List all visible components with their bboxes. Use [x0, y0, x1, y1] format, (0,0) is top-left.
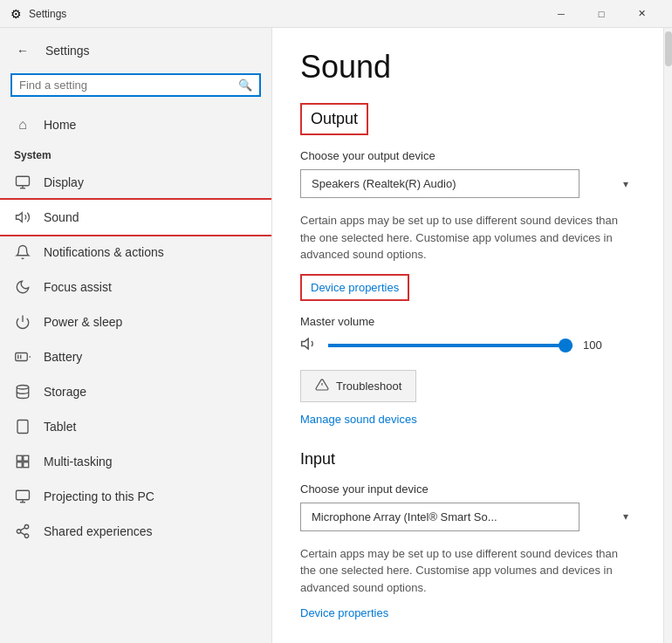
- output-section-header: Output: [300, 103, 368, 135]
- svg-marker-3: [17, 213, 23, 222]
- maximize-button[interactable]: □: [581, 0, 621, 28]
- sidebar-app-title: Settings: [45, 44, 90, 58]
- input-device-select[interactable]: Microphone Array (Intel® Smart So...: [300, 503, 579, 531]
- back-button[interactable]: ←: [10, 38, 35, 63]
- svg-rect-13: [24, 455, 29, 461]
- input-dropdown-arrow-icon: ▾: [623, 510, 628, 523]
- search-input[interactable]: [19, 79, 231, 92]
- svg-rect-14: [24, 462, 29, 468]
- power-icon: [14, 313, 31, 331]
- sidebar-item-tablet[interactable]: Tablet: [0, 409, 271, 444]
- svg-rect-16: [17, 490, 30, 500]
- search-box[interactable]: 🔍: [10, 73, 261, 97]
- sidebar-item-label: Sound: [44, 210, 79, 224]
- sidebar-item-label: Multi-tasking: [44, 455, 113, 469]
- sidebar-item-home[interactable]: ⌂ Home: [0, 107, 271, 142]
- title-bar: ⚙ Settings ─ □ ✕: [0, 0, 672, 28]
- minimize-button[interactable]: ─: [541, 0, 581, 28]
- svg-rect-5: [16, 353, 28, 361]
- sidebar-item-label: Focus assist: [44, 280, 112, 294]
- output-device-label: Choose your output device: [300, 149, 635, 162]
- sidebar-item-label: Battery: [44, 350, 82, 364]
- output-device-select[interactable]: Speakers (Realtek(R) Audio): [300, 169, 579, 198]
- sidebar-item-label: Tablet: [44, 420, 76, 434]
- focus-icon: [14, 278, 31, 296]
- svg-line-22: [20, 532, 24, 535]
- sidebar-item-label: Notifications & actions: [44, 245, 164, 259]
- title-bar-left: ⚙ Settings: [10, 7, 66, 21]
- close-button[interactable]: ✕: [621, 0, 662, 28]
- input-section: Input Choose your input device Microphon…: [300, 450, 635, 620]
- home-icon: ⌂: [14, 116, 31, 133]
- output-device-dropdown-container[interactable]: Speakers (Realtek(R) Audio) ▾: [300, 169, 635, 198]
- volume-slider[interactable]: [328, 344, 573, 347]
- sidebar-item-power[interactable]: Power & sleep: [0, 304, 271, 339]
- volume-row: 100: [300, 335, 635, 356]
- title-bar-title: Settings: [29, 8, 66, 20]
- svg-rect-12: [17, 455, 22, 461]
- svg-point-20: [17, 530, 21, 534]
- page-title: Sound: [300, 49, 635, 86]
- output-section: Output Choose your output device Speaker…: [300, 103, 635, 426]
- tablet-icon: [14, 418, 31, 435]
- multitasking-icon: [14, 453, 31, 470]
- svg-marker-24: [302, 339, 309, 349]
- svg-line-23: [20, 528, 24, 530]
- output-info-text: Certain apps may be set up to use differ…: [300, 212, 635, 263]
- input-section-header: Input: [300, 450, 635, 469]
- sidebar-item-storage[interactable]: Storage: [0, 374, 271, 409]
- warning-icon: [315, 378, 329, 394]
- content-area: Sound Output Choose your output device S…: [272, 28, 663, 643]
- sidebar-item-projecting[interactable]: Projecting to this PC: [0, 479, 271, 514]
- notifications-icon: [14, 243, 31, 261]
- battery-icon: [14, 348, 31, 366]
- sidebar-item-label: Power & sleep: [44, 315, 122, 329]
- projecting-icon: [14, 488, 31, 505]
- sidebar-section-label: System: [0, 142, 271, 165]
- dropdown-arrow-icon: ▾: [623, 178, 628, 190]
- sidebar-top: ← Settings: [0, 28, 271, 70]
- sidebar-item-label: Storage: [44, 385, 86, 399]
- storage-icon: [14, 383, 31, 400]
- sidebar-item-label: Display: [44, 175, 84, 189]
- sidebar-item-label: Home: [44, 118, 76, 132]
- troubleshoot-button[interactable]: Troubleshoot: [300, 370, 416, 402]
- svg-point-21: [24, 534, 29, 538]
- input-device-properties-link[interactable]: Device properties: [300, 606, 635, 619]
- sidebar: ← Settings 🔍 ⌂ Home System Display: [0, 28, 272, 643]
- search-icon: 🔍: [238, 79, 252, 92]
- display-icon: [14, 174, 31, 191]
- sidebar-item-shared[interactable]: Shared experiences: [0, 514, 271, 549]
- sidebar-item-battery[interactable]: Battery: [0, 339, 271, 374]
- volume-icon: [300, 335, 318, 356]
- input-device-label: Choose your input device: [300, 482, 635, 496]
- app-body: ← Settings 🔍 ⌂ Home System Display: [0, 28, 672, 643]
- output-device-properties-link[interactable]: Device properties: [300, 274, 409, 301]
- settings-icon: ⚙: [10, 7, 22, 21]
- sound-icon: [14, 209, 31, 226]
- sidebar-item-notifications[interactable]: Notifications & actions: [0, 235, 271, 270]
- manage-sound-devices-link[interactable]: Manage sound devices: [300, 413, 635, 426]
- volume-value: 100: [583, 339, 609, 352]
- svg-point-19: [24, 525, 29, 530]
- title-bar-controls: ─ □ ✕: [541, 0, 662, 28]
- sidebar-item-display[interactable]: Display: [0, 165, 271, 200]
- input-info-text: Certain apps may be set up to use differ…: [300, 545, 635, 597]
- svg-rect-10: [17, 421, 28, 434]
- shared-icon: [14, 523, 31, 540]
- svg-point-9: [17, 386, 29, 390]
- troubleshoot-label: Troubleshoot: [336, 380, 401, 393]
- sidebar-item-sound[interactable]: Sound: [0, 200, 271, 235]
- svg-rect-15: [17, 462, 22, 468]
- input-device-dropdown-container[interactable]: Microphone Array (Intel® Smart So... ▾: [300, 503, 635, 531]
- sidebar-item-label: Projecting to this PC: [44, 489, 154, 503]
- svg-rect-0: [17, 176, 30, 186]
- scrollbar-right: [663, 28, 672, 643]
- scrollbar-thumb[interactable]: [665, 31, 672, 66]
- sidebar-item-multitasking[interactable]: Multi-tasking: [0, 444, 271, 479]
- master-volume-label: Master volume: [300, 315, 635, 328]
- sidebar-item-focus[interactable]: Focus assist: [0, 270, 271, 304]
- sidebar-item-label: Shared experiences: [44, 524, 153, 538]
